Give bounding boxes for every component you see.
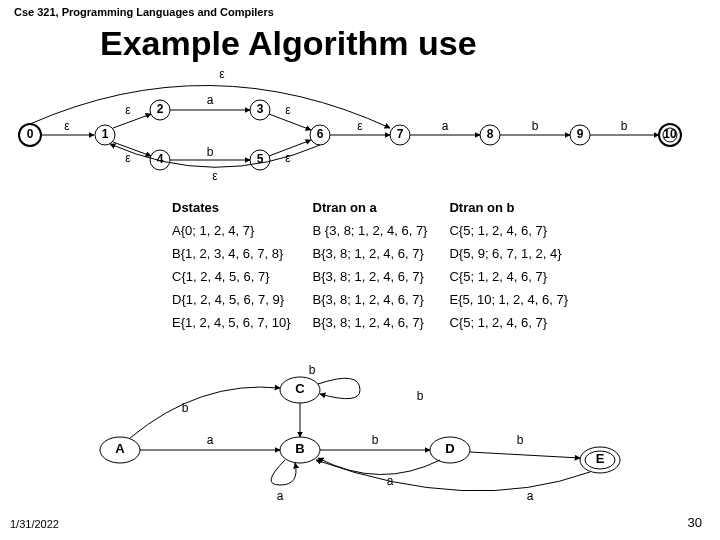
svg-text:ε: ε — [357, 119, 363, 133]
svg-text:b: b — [532, 119, 539, 133]
slide-number: 30 — [688, 515, 702, 530]
svg-text:4: 4 — [157, 152, 164, 166]
svg-line-66 — [470, 452, 580, 458]
dfa-node-B: B — [280, 437, 320, 463]
svg-line-25 — [113, 114, 151, 128]
svg-text:b: b — [182, 401, 189, 415]
dfa-node-A: A — [100, 437, 140, 463]
svg-text:ε: ε — [212, 169, 218, 183]
svg-text:b: b — [207, 145, 214, 159]
svg-text:a: a — [442, 119, 449, 133]
svg-text:3: 3 — [257, 102, 264, 116]
svg-text:9: 9 — [577, 127, 584, 141]
nfa-node-5: 5 — [250, 150, 270, 170]
svg-text:8: 8 — [487, 127, 494, 141]
course-header: Cse 321, Programming Languages and Compi… — [14, 6, 274, 18]
nfa-node-0: 0 — [19, 124, 41, 146]
nfa-node-4: 4 — [150, 150, 170, 170]
nfa-node-7: 7 — [390, 125, 410, 145]
svg-text:a: a — [277, 489, 284, 503]
dfa-node-E: E — [580, 447, 620, 473]
svg-text:ε: ε — [125, 103, 131, 117]
svg-text:B: B — [295, 441, 304, 456]
svg-text:b: b — [309, 363, 316, 377]
svg-text:a: a — [207, 433, 214, 447]
svg-text:10: 10 — [663, 127, 677, 141]
col-dtran-a: Dtran on a — [313, 197, 448, 218]
dfa-diagram: A B C D E a b b b b b a a a — [0, 360, 720, 520]
nfa-node-8: 8 — [480, 125, 500, 145]
col-dstates: Dstates — [172, 197, 311, 218]
svg-text:2: 2 — [157, 102, 164, 116]
svg-text:b: b — [517, 433, 524, 447]
svg-text:E: E — [596, 451, 605, 466]
dfa-node-D: D — [430, 437, 470, 463]
svg-text:ε: ε — [64, 119, 70, 133]
table-row: C{1, 2, 4, 5, 6, 7}B{3, 8; 1, 2, 4, 6, 7… — [172, 266, 588, 287]
nfa-node-3: 3 — [250, 100, 270, 120]
svg-text:b: b — [417, 389, 424, 403]
svg-text:b: b — [372, 433, 379, 447]
svg-text:7: 7 — [397, 127, 404, 141]
table-row: B{1, 2, 3, 4, 6, 7, 8}B{3, 8; 1, 2, 4, 6… — [172, 243, 588, 264]
svg-text:C: C — [295, 381, 305, 396]
nfa-diagram: 0 1 2 4 3 5 6 7 8 9 10 ε ε ε a b ε ε ε a… — [0, 70, 720, 190]
svg-text:ε: ε — [285, 103, 291, 117]
nfa-node-6: 6 — [310, 125, 330, 145]
nfa-node-1: 1 — [95, 125, 115, 145]
nfa-node-10: 10 — [659, 124, 681, 146]
dstates-table: Dstates Dtran on a Dtran on b A{0; 1, 2,… — [170, 195, 590, 335]
svg-text:ε: ε — [125, 151, 131, 165]
svg-text:D: D — [445, 441, 454, 456]
svg-text:1: 1 — [102, 127, 109, 141]
col-dtran-b: Dtran on b — [449, 197, 588, 218]
page-title: Example Algorithm use — [100, 24, 477, 63]
dfa-node-C: C — [280, 377, 320, 403]
svg-text:b: b — [621, 119, 628, 133]
nfa-node-9: 9 — [570, 125, 590, 145]
svg-text:a: a — [207, 93, 214, 107]
svg-text:a: a — [527, 489, 534, 503]
table-row: E{1, 2, 4, 5, 6, 7, 10}B{3, 8; 1, 2, 4, … — [172, 312, 588, 333]
svg-text:ε: ε — [219, 70, 225, 81]
svg-text:A: A — [115, 441, 125, 456]
svg-text:0: 0 — [27, 127, 34, 141]
svg-text:6: 6 — [317, 127, 324, 141]
slide-date: 1/31/2022 — [10, 518, 59, 530]
nfa-node-2: 2 — [150, 100, 170, 120]
svg-line-27 — [113, 142, 151, 156]
table-row: A{0; 1, 2, 4, 7}B {3, 8; 1, 2, 4, 6, 7}C… — [172, 220, 588, 241]
table-row: D{1, 2, 4, 5, 6, 7, 9}B{3, 8; 1, 2, 4, 6… — [172, 289, 588, 310]
svg-text:ε: ε — [285, 151, 291, 165]
